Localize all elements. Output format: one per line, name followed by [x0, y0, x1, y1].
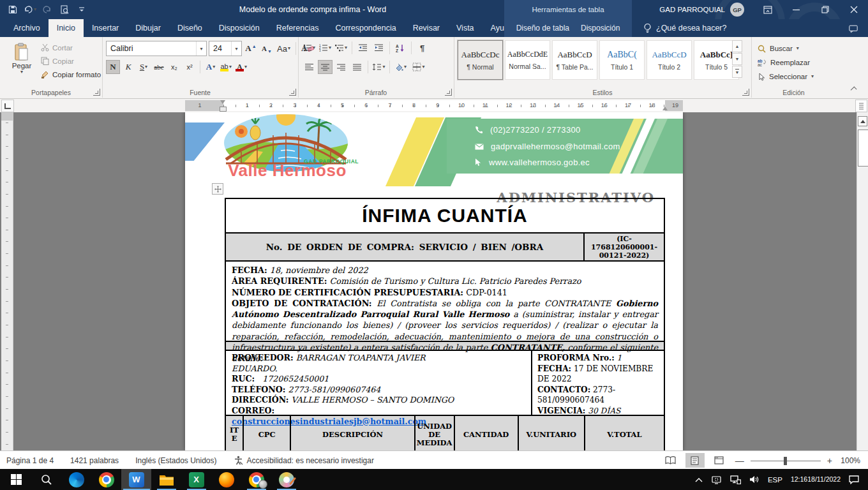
taskbar-explorer-button[interactable]: [151, 469, 181, 490]
styles-scroll-down-button[interactable]: ▼: [732, 53, 742, 65]
tray-connect-button[interactable]: [711, 475, 722, 484]
status-page-count[interactable]: Página 1 de 4: [6, 456, 54, 465]
italic-button[interactable]: K: [121, 60, 135, 74]
tab-insertar[interactable]: Insertar: [84, 19, 127, 37]
scroll-up-button[interactable]: [858, 116, 867, 126]
multilevel-list-button[interactable]: ▾: [334, 41, 348, 55]
taskbar-edge-button[interactable]: [61, 469, 91, 490]
font-color-button[interactable]: A▾: [234, 60, 248, 74]
paragraph-dialog-launcher[interactable]: [445, 89, 452, 96]
change-case-button[interactable]: Aa▾: [276, 41, 292, 56]
save-button[interactable]: [5, 2, 20, 17]
justify-button[interactable]: [350, 60, 364, 74]
taskbar-chrome-app-button[interactable]: [241, 469, 271, 490]
subscript-button[interactable]: x₂: [167, 60, 181, 74]
print-preview-button[interactable]: [57, 2, 72, 17]
tab-dibujar[interactable]: Dibujar: [127, 19, 169, 37]
style-item-table-pa[interactable]: AaBbCcD ¶ Table Pa...: [552, 40, 597, 80]
align-right-button[interactable]: [334, 60, 348, 74]
tab-archivo[interactable]: Archivo: [5, 19, 49, 37]
web-layout-button[interactable]: [710, 453, 729, 468]
account-avatar[interactable]: GP: [730, 3, 744, 17]
styles-scroll-up-button[interactable]: ▲: [732, 40, 742, 52]
tray-language[interactable]: ESP: [768, 476, 782, 484]
read-mode-button[interactable]: [661, 453, 680, 468]
account-name[interactable]: GAD PARROQUIAL: [659, 6, 725, 13]
tab-correspondencia[interactable]: Correspondencia: [327, 19, 404, 37]
taskbar-excel-button[interactable]: X: [181, 469, 211, 490]
cut-button[interactable]: Cortar: [41, 42, 101, 53]
ruler-toggle-box[interactable]: [855, 100, 867, 112]
zoom-in-button[interactable]: +: [826, 456, 834, 466]
taskbar-paint-button[interactable]: [271, 469, 301, 490]
numbering-button[interactable]: 123▾: [318, 41, 333, 55]
copy-button[interactable]: Copiar: [41, 56, 101, 66]
status-word-count[interactable]: 1421 palabras: [70, 456, 119, 465]
tab-revisar[interactable]: Revisar: [405, 19, 448, 37]
style-item-titulo-1[interactable]: AaBbC( Título 1: [599, 40, 645, 80]
left-indent-marker[interactable]: [220, 107, 227, 112]
document-page[interactable]: Valle Hermoso GAD PARROQUIAL (02)2773220…: [185, 112, 683, 450]
replace-button[interactable]: abac Reemplazar: [758, 56, 814, 69]
font-dialog-launcher[interactable]: [289, 89, 296, 96]
right-indent-marker[interactable]: [662, 107, 668, 110]
tray-volume-button[interactable]: [749, 475, 760, 484]
underline-button[interactable]: S▾: [137, 60, 151, 74]
zoom-level[interactable]: 100%: [839, 456, 860, 465]
status-accessibility[interactable]: Accesibilidad: es necesario investigar: [234, 456, 374, 465]
feedback-button[interactable]: [845, 22, 862, 36]
horizontal-ruler[interactable]: 123456789101112131415161718 1 19: [0, 99, 868, 112]
bullets-button[interactable]: ▾: [302, 41, 317, 55]
zoom-slider[interactable]: [751, 456, 821, 465]
ribbon-display-options-button[interactable]: [753, 0, 782, 19]
sort-button[interactable]: AZ: [393, 41, 408, 55]
style-item-normal[interactable]: AaBbCcDc ¶ Normal: [458, 40, 503, 80]
grow-font-button[interactable]: A▲: [244, 41, 258, 56]
style-item-normal-sa[interactable]: AaBbCcDdE Normal Sa...: [505, 40, 550, 80]
taskbar-firefox-button[interactable]: [211, 469, 241, 490]
table-move-handle[interactable]: [212, 183, 223, 195]
font-name-select[interactable]: Calibri ▾: [106, 41, 207, 56]
decrease-indent-button[interactable]: [355, 41, 370, 55]
shrink-font-button[interactable]: A▼: [260, 41, 274, 56]
styles-more-button[interactable]: ▼: [732, 66, 742, 78]
clipboard-dialog-launcher[interactable]: [93, 89, 100, 96]
align-center-button[interactable]: [318, 60, 333, 74]
paste-button[interactable]: Pegar ▾: [5, 41, 38, 83]
tray-network-button[interactable]: [730, 475, 741, 484]
tab-disposicion-tabla[interactable]: Disposición: [575, 19, 625, 37]
bold-button[interactable]: N: [106, 60, 120, 74]
font-size-select[interactable]: 24 ▾: [209, 41, 242, 56]
shading-button[interactable]: ▾: [393, 60, 408, 74]
tab-disposicion[interactable]: Disposición: [211, 19, 268, 37]
vertical-scrollbar[interactable]: [857, 112, 868, 450]
undo-button[interactable]: ▾: [22, 2, 38, 17]
show-marks-button[interactable]: ¶: [415, 41, 430, 55]
superscript-button[interactable]: x²: [183, 60, 197, 74]
style-item-titulo-2[interactable]: AaBbCcD Título 2: [647, 40, 692, 80]
redo-button[interactable]: [40, 2, 55, 17]
find-button[interactable]: Buscar ▾: [758, 42, 814, 55]
status-language[interactable]: Inglés (Estados Unidos): [135, 456, 216, 465]
first-line-indent-marker[interactable]: [220, 100, 225, 104]
taskbar-word-button[interactable]: W: [121, 469, 151, 490]
borders-button[interactable]: ▾: [409, 60, 428, 74]
strikethrough-button[interactable]: abc: [152, 60, 166, 74]
tab-referencias[interactable]: Referencias: [268, 19, 327, 37]
zoom-thumb[interactable]: [784, 457, 787, 465]
collapse-ribbon-button[interactable]: [849, 84, 860, 93]
tray-expand-button[interactable]: [695, 477, 703, 482]
text-effects-button[interactable]: A▾: [204, 60, 218, 74]
minimize-button[interactable]: [782, 0, 811, 19]
styles-dialog-launcher[interactable]: [742, 89, 749, 96]
tab-vista[interactable]: Vista: [448, 19, 483, 37]
tray-clock[interactable]: 12:16 18/11/2022: [791, 475, 841, 484]
tell-me-box[interactable]: ¿Qué desea hacer?: [643, 19, 727, 37]
scrollbar-thumb[interactable]: [858, 130, 868, 167]
increase-indent-button[interactable]: [371, 41, 386, 55]
customize-qat-button[interactable]: [74, 2, 89, 17]
taskbar-chrome-button[interactable]: [91, 469, 121, 490]
vertical-ruler[interactable]: [1, 112, 13, 450]
align-left-button[interactable]: [302, 60, 317, 74]
close-button[interactable]: [839, 0, 868, 19]
